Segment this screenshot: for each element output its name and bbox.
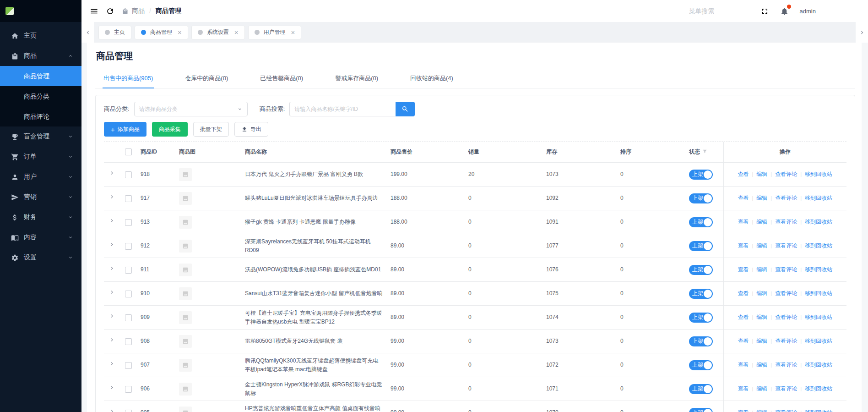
action-link-0[interactable]: 查看 xyxy=(738,338,749,344)
row-checkbox[interactable] xyxy=(125,195,132,202)
action-link-0[interactable]: 查看 xyxy=(738,362,749,368)
sidebar-item-content[interactable]: 内容 xyxy=(0,227,81,247)
status-toggle[interactable]: 上架 xyxy=(689,241,713,251)
row-checkbox[interactable] xyxy=(125,219,132,226)
row-checkbox[interactable] xyxy=(125,410,132,412)
action-link-2[interactable]: 查看评论 xyxy=(775,385,797,392)
action-link-3[interactable]: 移到回收站 xyxy=(805,171,832,177)
status-toggle[interactable]: 上架 xyxy=(689,289,713,299)
row-checkbox[interactable] xyxy=(125,386,132,393)
close-icon[interactable]: × xyxy=(234,29,239,36)
sidebar-item-finance[interactable]: 财务 xyxy=(0,207,81,227)
action-link-1[interactable]: 编辑 xyxy=(756,338,767,344)
breadcrumb-section[interactable]: 商品 xyxy=(132,7,145,15)
action-link-2[interactable]: 查看评论 xyxy=(775,290,797,297)
action-link-1[interactable]: 编辑 xyxy=(756,385,767,392)
close-icon[interactable]: × xyxy=(178,29,182,36)
sidebar-item-user[interactable]: 用户 xyxy=(0,167,81,187)
action-link-1[interactable]: 编辑 xyxy=(756,362,767,368)
action-link-3[interactable]: 移到回收站 xyxy=(805,338,832,344)
action-link-0[interactable]: 查看 xyxy=(738,385,749,392)
expand-row-icon[interactable] xyxy=(109,313,115,319)
open-tab-主页[interactable]: 主页 xyxy=(98,26,131,39)
status-filter-icon[interactable] xyxy=(702,149,707,154)
status-toggle[interactable]: 上架 xyxy=(689,336,713,346)
action-link-1[interactable]: 编辑 xyxy=(756,171,767,177)
action-link-2[interactable]: 查看评论 xyxy=(775,266,797,273)
action-link-2[interactable]: 查看评论 xyxy=(775,219,797,225)
expand-row-icon[interactable] xyxy=(109,408,115,412)
action-link-3[interactable]: 移到回收站 xyxy=(805,409,832,412)
notifications-bell[interactable] xyxy=(780,7,789,16)
action-link-2[interactable]: 查看评论 xyxy=(775,314,797,320)
action-link-2[interactable]: 查看评论 xyxy=(775,338,797,344)
tabstrip-scroll-left[interactable] xyxy=(81,22,94,43)
batch-offshelf-button[interactable]: 批量下架 xyxy=(193,122,229,137)
row-checkbox[interactable] xyxy=(125,267,132,274)
expand-row-icon[interactable] xyxy=(109,289,115,295)
product-search-input[interactable] xyxy=(289,102,396,116)
action-link-0[interactable]: 查看 xyxy=(738,195,749,201)
status-toggle[interactable]: 上架 xyxy=(689,384,713,394)
action-link-0[interactable]: 查看 xyxy=(738,290,749,297)
row-checkbox[interactable] xyxy=(125,314,132,321)
status-toggle[interactable]: 上架 xyxy=(689,193,713,203)
row-checkbox[interactable] xyxy=(125,243,132,250)
open-tab-用户管理[interactable]: 用户管理 × xyxy=(248,26,302,39)
action-link-0[interactable]: 查看 xyxy=(738,171,749,177)
action-link-3[interactable]: 移到回收站 xyxy=(805,219,832,225)
action-link-0[interactable]: 查看 xyxy=(738,266,749,273)
action-link-1[interactable]: 编辑 xyxy=(756,219,767,225)
add-product-button[interactable]: + 添加商品 xyxy=(104,122,146,137)
expand-row-icon[interactable] xyxy=(109,385,115,390)
expand-row-icon[interactable] xyxy=(109,170,115,176)
action-link-1[interactable]: 编辑 xyxy=(756,195,767,201)
sidebar-item-goods[interactable]: 商品 xyxy=(0,46,81,66)
action-link-1[interactable]: 编辑 xyxy=(756,266,767,273)
action-link-0[interactable]: 查看 xyxy=(738,242,749,249)
open-tab-系统设置[interactable]: 系统设置 × xyxy=(191,26,245,39)
page-tab-3[interactable]: 警戒库存商品(0) xyxy=(334,70,379,88)
app-logo[interactable] xyxy=(5,7,14,15)
action-link-2[interactable]: 查看评论 xyxy=(775,171,797,177)
page-tab-1[interactable]: 仓库中的商品(0) xyxy=(184,70,229,88)
fullscreen-icon[interactable] xyxy=(760,7,769,16)
export-button[interactable]: 导出 xyxy=(234,122,268,137)
expand-row-icon[interactable] xyxy=(109,337,115,343)
sidebar-subitem-goods-comment[interactable]: 商品评论 xyxy=(0,106,81,126)
status-toggle[interactable]: 上架 xyxy=(689,265,713,275)
sidebar-subitem-goods-category[interactable]: 商品分类 xyxy=(0,86,81,106)
row-checkbox[interactable] xyxy=(125,171,132,178)
action-link-2[interactable]: 查看评论 xyxy=(775,242,797,249)
sidebar-item-blindbox[interactable]: 盲盒管理 xyxy=(0,126,81,147)
select-all-checkbox[interactable] xyxy=(125,148,132,155)
expand-row-icon[interactable] xyxy=(109,194,115,200)
action-link-0[interactable]: 查看 xyxy=(738,409,749,412)
page-tab-0[interactable]: 出售中的商品(905) xyxy=(103,70,154,88)
action-link-2[interactable]: 查看评论 xyxy=(775,195,797,201)
search-button[interactable] xyxy=(396,102,415,116)
action-link-0[interactable]: 查看 xyxy=(738,219,749,225)
action-link-3[interactable]: 移到回收站 xyxy=(805,314,832,320)
action-link-2[interactable]: 查看评论 xyxy=(775,362,797,368)
status-toggle[interactable]: 上架 xyxy=(689,408,713,412)
action-link-1[interactable]: 编辑 xyxy=(756,242,767,249)
action-link-1[interactable]: 编辑 xyxy=(756,409,767,412)
sidebar-item-marketing[interactable]: 营销 xyxy=(0,187,81,207)
status-toggle[interactable]: 上架 xyxy=(689,170,713,180)
refresh-icon[interactable] xyxy=(106,7,114,16)
sidebar-subitem-goods-manage[interactable]: 商品管理 xyxy=(0,66,81,86)
page-tab-4[interactable]: 回收站的商品(4) xyxy=(409,70,454,88)
expand-row-icon[interactable] xyxy=(109,361,115,367)
page-tab-2[interactable]: 已经售罄商品(0) xyxy=(259,70,304,88)
action-link-3[interactable]: 移到回收站 xyxy=(805,266,832,273)
sidebar-item-settings[interactable]: 设置 xyxy=(0,247,81,268)
sidebar-item-home[interactable]: 主页 xyxy=(0,26,81,46)
action-link-3[interactable]: 移到回收站 xyxy=(805,362,832,368)
action-link-2[interactable]: 查看评论 xyxy=(775,409,797,412)
action-link-1[interactable]: 编辑 xyxy=(756,314,767,320)
close-icon[interactable]: × xyxy=(291,29,295,36)
status-toggle[interactable]: 上架 xyxy=(689,360,713,370)
row-checkbox[interactable] xyxy=(125,338,132,345)
open-tab-商品管理[interactable]: 商品管理 × xyxy=(135,26,188,39)
